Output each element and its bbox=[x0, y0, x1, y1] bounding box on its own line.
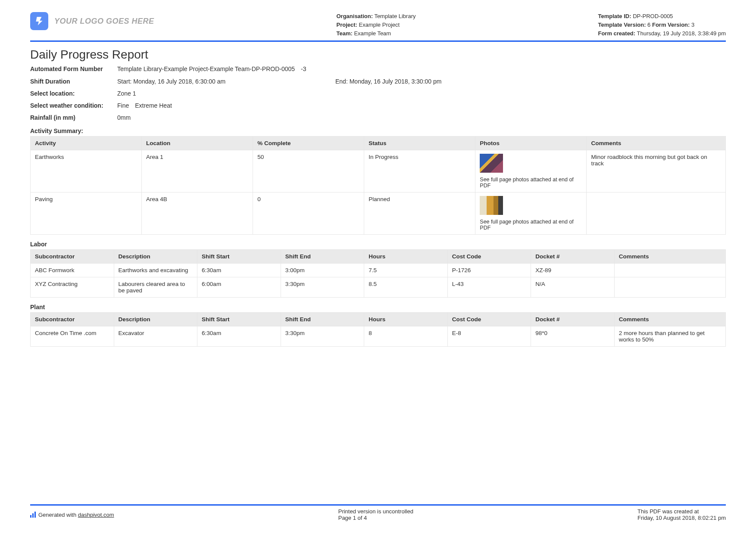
logo-icon bbox=[30, 12, 48, 30]
th-pct: % Complete bbox=[253, 137, 364, 150]
org-label: Organisation: bbox=[336, 13, 373, 19]
table-row: Concrete On Time .com Excavator 6:30am 3… bbox=[31, 326, 726, 347]
uncontrolled-text: Printed version is uncontrolled bbox=[338, 508, 413, 515]
th-cost: Cost Code bbox=[447, 313, 531, 326]
project-value: Example Project bbox=[359, 22, 400, 28]
location-value: Zone 1 bbox=[117, 90, 726, 97]
table-row: Paving Area 4B 0 Planned See full page p… bbox=[31, 192, 726, 235]
cell-comments bbox=[614, 277, 725, 298]
cell-comments bbox=[614, 264, 725, 277]
plant-section-label: Plant bbox=[30, 304, 726, 310]
table-row: ABC Formwork Earthworks and excavating 6… bbox=[31, 264, 726, 277]
th-desc: Description bbox=[114, 313, 197, 326]
table-row: Earthworks Area 1 50 In Progress See ful… bbox=[31, 150, 726, 192]
cell-comments: Minor roadblock this morning but got bac… bbox=[587, 150, 726, 192]
footer-generated: Generated with dashpivot.com bbox=[30, 508, 114, 521]
created-at-date: Friday, 10 August 2018, 8:02:21 pm bbox=[637, 515, 726, 521]
cell-location: Area 1 bbox=[142, 150, 253, 192]
shift-end: End: Monday, 16 July 2018, 3:30:00 pm bbox=[335, 78, 441, 85]
team-label: Team: bbox=[336, 30, 352, 37]
footer-created: This PDF was created at Friday, 10 Augus… bbox=[637, 508, 726, 521]
field-form-number: Automated Form Number Template Library-E… bbox=[30, 65, 726, 73]
weather-value: Fine Extreme Heat bbox=[117, 102, 726, 109]
cell-pct: 50 bbox=[253, 150, 364, 192]
th-comments: Comments bbox=[587, 137, 726, 150]
th-docket: Docket # bbox=[531, 250, 615, 264]
cell-docket: N/A bbox=[531, 277, 615, 298]
photo-note: See full page photos attached at end of … bbox=[480, 219, 582, 231]
cell-end: 3:30pm bbox=[281, 326, 364, 347]
th-sub: Subcontractor bbox=[31, 250, 114, 264]
th-hours: Hours bbox=[364, 250, 448, 264]
th-status: Status bbox=[364, 137, 475, 150]
activity-section-label: Activity Summary: bbox=[30, 127, 726, 134]
cell-end: 3:00pm bbox=[281, 264, 364, 277]
footer-center: Printed version is uncontrolled Page 1 o… bbox=[338, 508, 413, 521]
th-comments: Comments bbox=[614, 250, 725, 264]
cell-status: Planned bbox=[364, 192, 475, 235]
cell-activity: Earthworks bbox=[31, 150, 142, 192]
rainfall-label: Rainfall (in mm) bbox=[30, 114, 117, 121]
shift-label: Shift Duration bbox=[30, 78, 117, 85]
cell-hours: 8 bbox=[364, 326, 448, 347]
th-start: Shift Start bbox=[197, 313, 281, 326]
weather-label: Select weather condition: bbox=[30, 102, 117, 109]
logo-block: YOUR LOGO GOES HERE bbox=[30, 12, 154, 30]
cell-sub: ABC Formwork bbox=[31, 264, 114, 277]
template-version-label: Template Version: bbox=[598, 22, 646, 28]
table-row: XYZ Contracting Labourers cleared area t… bbox=[31, 277, 726, 298]
plant-table: Subcontractor Description Shift Start Sh… bbox=[30, 312, 726, 347]
cell-comments bbox=[587, 192, 726, 235]
logo-placeholder-text: YOUR LOGO GOES HERE bbox=[54, 17, 154, 26]
cell-start: 6:30am bbox=[197, 326, 281, 347]
th-sub: Subcontractor bbox=[31, 313, 114, 326]
field-rainfall: Rainfall (in mm) 0mm bbox=[30, 114, 726, 121]
form-version-value: 3 bbox=[691, 22, 694, 28]
form-number-value: Template Library-Example Project-Example… bbox=[117, 65, 726, 73]
bars-icon bbox=[30, 512, 36, 518]
th-hours: Hours bbox=[364, 313, 448, 326]
th-desc: Description bbox=[114, 250, 197, 264]
form-number-label: Automated Form Number bbox=[30, 65, 117, 73]
page-number: Page 1 of 4 bbox=[338, 515, 413, 521]
photo-thumbnail-icon bbox=[480, 196, 503, 215]
photo-thumbnail-icon bbox=[480, 154, 503, 173]
location-label: Select location: bbox=[30, 90, 117, 97]
dashpivot-link[interactable]: dashpivot.com bbox=[78, 512, 114, 518]
field-shift: Shift Duration Start: Monday, 16 July 20… bbox=[30, 78, 726, 85]
cell-pct: 0 bbox=[253, 192, 364, 235]
cell-docket: XZ-89 bbox=[531, 264, 615, 277]
activity-header-row: Activity Location % Complete Status Phot… bbox=[31, 137, 726, 150]
cell-desc: Excavator bbox=[114, 326, 197, 347]
cell-end: 3:30pm bbox=[281, 277, 364, 298]
cell-cost: E-8 bbox=[447, 326, 531, 347]
labor-header-row: Subcontractor Description Shift Start Sh… bbox=[31, 250, 726, 264]
cell-photos: See full page photos attached at end of … bbox=[475, 150, 587, 192]
th-activity: Activity bbox=[31, 137, 142, 150]
meta-right: Template ID: DP-PROD-0005 Template Versi… bbox=[598, 12, 726, 38]
cell-desc: Earthworks and excavating bbox=[114, 264, 197, 277]
cell-sub: XYZ Contracting bbox=[31, 277, 114, 298]
th-start: Shift Start bbox=[197, 250, 281, 264]
form-created-value: Thursday, 19 July 2018, 3:38:49 pm bbox=[637, 30, 726, 37]
project-label: Project: bbox=[336, 22, 357, 28]
document-footer: Generated with dashpivot.com Printed ver… bbox=[30, 504, 726, 521]
cell-sub: Concrete On Time .com bbox=[31, 326, 114, 347]
photo-note: See full page photos attached at end of … bbox=[480, 177, 582, 189]
cell-comments: 2 more hours than planned to get works t… bbox=[614, 326, 725, 347]
created-at-label: This PDF was created at bbox=[637, 508, 726, 515]
form-created-label: Form created: bbox=[598, 30, 635, 37]
field-weather: Select weather condition: Fine Extreme H… bbox=[30, 102, 726, 109]
cell-location: Area 4B bbox=[142, 192, 253, 235]
cell-docket: 98*0 bbox=[531, 326, 615, 347]
th-docket: Docket # bbox=[531, 313, 615, 326]
activity-table: Activity Location % Complete Status Phot… bbox=[30, 136, 726, 235]
th-comments: Comments bbox=[614, 313, 725, 326]
generated-prefix: Generated with bbox=[38, 512, 78, 518]
cell-start: 6:00am bbox=[197, 277, 281, 298]
team-value: Example Team bbox=[354, 30, 391, 37]
cell-start: 6:30am bbox=[197, 264, 281, 277]
th-location: Location bbox=[142, 137, 253, 150]
th-end: Shift End bbox=[281, 313, 364, 326]
template-id-value: DP-PROD-0005 bbox=[633, 13, 673, 19]
